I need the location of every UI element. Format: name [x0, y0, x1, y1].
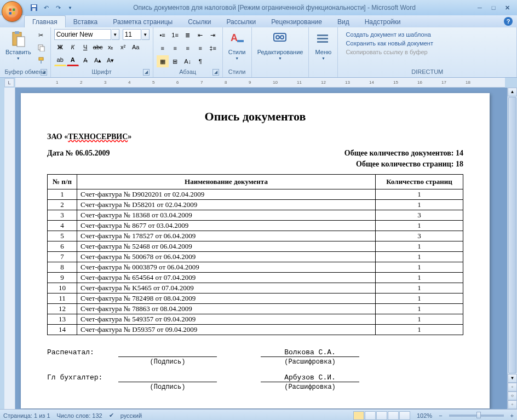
- shrink-font-icon[interactable]: A▾: [105, 54, 117, 66]
- table-row: 7Счет-фактура № 500678 от 06.04.20091: [48, 252, 463, 262]
- view-outline[interactable]: [388, 411, 399, 420]
- editing-button[interactable]: Редактирование▼: [255, 29, 306, 61]
- strikethrough-icon[interactable]: abc: [92, 41, 104, 53]
- chevron-down-icon[interactable]: ▼: [112, 29, 119, 40]
- link-save-as-new[interactable]: Сохранить как новый документ: [346, 40, 433, 47]
- view-full-screen[interactable]: [365, 411, 376, 420]
- qat-more-icon[interactable]: ▼: [65, 2, 76, 13]
- svg-point-0: [6, 5, 18, 18]
- pages-total: Общее количество страниц: 18: [356, 160, 463, 169]
- status-zoom[interactable]: 102%: [417, 412, 432, 419]
- svg-rect-12: [40, 47, 44, 51]
- view-web[interactable]: [376, 411, 387, 420]
- align-center-icon[interactable]: ≡: [169, 42, 181, 54]
- sort-icon[interactable]: A↓: [182, 55, 194, 67]
- help-icon[interactable]: ?: [504, 17, 513, 26]
- vertical-scrollbar[interactable]: ▲ ▼ ◦ ○ ◦: [507, 88, 517, 409]
- change-case-icon[interactable]: Aa: [130, 41, 142, 53]
- copy-icon[interactable]: [35, 42, 47, 54]
- paste-button[interactable]: Вставить ▼: [3, 29, 33, 61]
- styles-button[interactable]: AСтили▼: [226, 29, 248, 61]
- accountant-label: Гл бухгалтер:: [47, 373, 118, 382]
- multilevel-icon[interactable]: ≣: [182, 29, 194, 41]
- format-painter-icon[interactable]: [35, 54, 47, 66]
- zoom-in-icon[interactable]: +: [510, 412, 514, 419]
- maximize-button[interactable]: □: [487, 3, 500, 12]
- svg-rect-6: [32, 5, 36, 7]
- shading-icon[interactable]: ▦: [157, 55, 169, 67]
- dialog-launcher-icon[interactable]: ◢: [41, 69, 47, 76]
- tab-home[interactable]: Главная: [24, 15, 66, 27]
- subscript-icon[interactable]: x₂: [105, 41, 117, 53]
- minimize-button[interactable]: ─: [473, 3, 486, 12]
- ruler-corner[interactable]: L: [4, 78, 14, 87]
- scroll-down-icon[interactable]: ▼: [508, 374, 517, 383]
- chevron-down-icon[interactable]: ▼: [142, 29, 150, 40]
- tab-references[interactable]: Ссылки: [180, 16, 219, 27]
- status-page[interactable]: Страница: 1 из 1: [3, 412, 50, 419]
- cut-icon[interactable]: ✂: [35, 29, 47, 41]
- scroll-thumb[interactable]: [508, 97, 516, 373]
- svg-rect-10: [17, 37, 25, 47]
- office-button[interactable]: [2, 1, 22, 22]
- proofing-icon[interactable]: ✔: [109, 412, 114, 419]
- document-area[interactable]: Опись документов ЗАО «ТЕХНОСЕРВИС» Дата …: [15, 88, 507, 409]
- svg-rect-9: [15, 31, 19, 34]
- status-words[interactable]: Число слов: 132: [57, 412, 102, 419]
- svg-rect-3: [9, 12, 12, 14]
- align-right-icon[interactable]: ≡: [182, 42, 194, 54]
- scroll-up-icon[interactable]: ▲: [508, 88, 517, 96]
- vertical-ruler[interactable]: [4, 88, 15, 409]
- numbering-icon[interactable]: 1≡: [169, 29, 181, 41]
- zoom-out-icon[interactable]: −: [439, 412, 442, 419]
- tab-insert[interactable]: Вставка: [66, 16, 106, 27]
- table-row: 12Счет-фактура № 78863 от 08.04.20091: [48, 304, 463, 314]
- justify-icon[interactable]: ≡: [194, 42, 206, 54]
- align-left-icon[interactable]: ≡: [157, 42, 169, 54]
- svg-rect-4: [13, 12, 15, 14]
- tab-view[interactable]: Вид: [330, 16, 357, 27]
- tab-review[interactable]: Рецензирование: [263, 16, 330, 27]
- view-draft[interactable]: [399, 411, 410, 420]
- clear-format-icon[interactable]: A̶: [79, 54, 91, 66]
- status-language[interactable]: русский: [120, 412, 142, 419]
- menu-button[interactable]: Меню▼: [312, 29, 334, 61]
- grow-font-icon[interactable]: A▴: [92, 54, 104, 66]
- font-color-icon[interactable]: A: [67, 54, 79, 66]
- bullets-icon[interactable]: •≡: [157, 29, 169, 41]
- dialog-launcher-icon[interactable]: ◢: [143, 69, 150, 76]
- view-print-layout[interactable]: [353, 411, 364, 420]
- tab-addins[interactable]: Надстройки: [357, 16, 409, 27]
- indent-left-icon[interactable]: ⇤: [194, 29, 206, 41]
- borders-icon[interactable]: ⊞: [169, 55, 181, 67]
- dialog-launcher-icon[interactable]: ◢: [212, 69, 219, 76]
- show-marks-icon[interactable]: ¶: [194, 55, 206, 67]
- tab-mailings[interactable]: Рассылки: [219, 16, 263, 27]
- group-editing: Редактирование▼: [252, 27, 309, 77]
- bold-icon[interactable]: Ж: [54, 41, 66, 53]
- table-row: 14Счет-фактура № D59357 от 09.04.20091: [48, 325, 463, 335]
- close-button[interactable]: ✕: [501, 3, 514, 12]
- prev-page-icon[interactable]: ◦: [508, 383, 517, 392]
- group-directum: Создать документ из шаблона Сохранить ка…: [338, 27, 517, 77]
- font-size-input[interactable]: [123, 29, 141, 40]
- ribbon-tabs: Главная Вставка Разметка страницы Ссылки…: [0, 15, 517, 27]
- browse-object-icon[interactable]: ○: [508, 392, 517, 400]
- indent-right-icon[interactable]: ⇥: [207, 29, 219, 41]
- superscript-icon[interactable]: x²: [117, 41, 129, 53]
- underline-icon[interactable]: Ч: [79, 41, 91, 53]
- horizontal-ruler[interactable]: 123456789101112131415161718: [15, 78, 505, 88]
- zoom-slider[interactable]: [449, 415, 504, 417]
- link-create-from-template[interactable]: Создать документ из шаблона: [346, 31, 433, 38]
- svg-rect-22: [317, 41, 328, 43]
- line-spacing-icon[interactable]: ‡≡: [207, 42, 219, 54]
- tab-page-layout[interactable]: Разметка страницы: [105, 16, 180, 27]
- redo-icon[interactable]: ↷: [53, 2, 64, 13]
- undo-icon[interactable]: ↶: [41, 2, 51, 13]
- highlight-icon[interactable]: ab: [54, 54, 66, 66]
- font-name-input[interactable]: [54, 29, 111, 40]
- group-label-directum: DIRECTUM: [341, 68, 513, 76]
- italic-icon[interactable]: К: [67, 41, 79, 53]
- save-icon[interactable]: [28, 2, 39, 13]
- next-page-icon[interactable]: ◦: [508, 400, 517, 409]
